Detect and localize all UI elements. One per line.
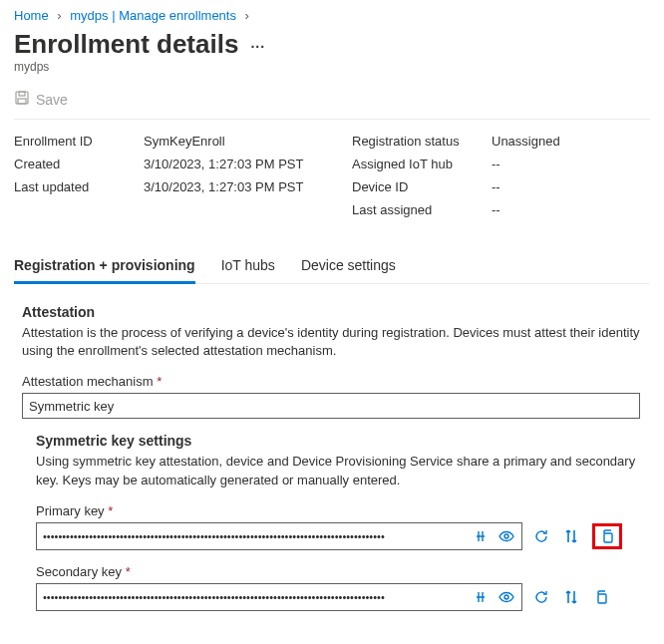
label-last-assigned: Last assigned [352, 202, 492, 217]
swap-icon[interactable] [562, 588, 580, 606]
value-last-updated: 3/10/2023, 1:27:03 PM PST [144, 179, 303, 194]
symmetric-key-section: Symmetric key settings Using symmetric k… [22, 419, 642, 610]
label-attestation-mechanism: Attestation mechanism * [22, 374, 642, 389]
attestation-mechanism-value: Symmetric key [29, 399, 114, 414]
attestation-mechanism-input[interactable]: Symmetric key [22, 393, 640, 419]
regenerate-icon[interactable] [532, 588, 550, 606]
breadcrumb-mydps[interactable]: mydps | Manage enrollments [70, 8, 236, 23]
label-created: Created [14, 157, 144, 171]
svg-rect-1 [19, 92, 25, 96]
divider [14, 119, 650, 120]
copy-icon[interactable] [598, 527, 616, 545]
save-button[interactable]: Save [36, 92, 68, 108]
label-assigned-hub: Assigned IoT hub [352, 157, 492, 171]
attestation-description: Attestation is the process of verifying … [22, 324, 642, 360]
label-last-updated: Last updated [14, 179, 144, 194]
regenerate-icon[interactable] [532, 527, 550, 545]
tab-device-settings[interactable]: Device settings [301, 251, 396, 283]
label-primary-key: Primary key * [36, 503, 642, 518]
toolbar: Save [14, 90, 650, 109]
primary-key-input[interactable]: ••••••••••••••••••••••••••••••••••••••••… [36, 522, 522, 550]
swap-icon[interactable] [562, 527, 580, 545]
value-registration-status: Unassigned [492, 134, 560, 149]
svg-rect-6 [598, 594, 606, 603]
secondary-key-masked: ••••••••••••••••••••••••••••••••••••••••… [43, 591, 385, 603]
svg-rect-2 [18, 99, 26, 104]
value-assigned-hub: -- [492, 157, 500, 171]
save-icon [14, 90, 30, 109]
chevron-right-icon: › [245, 8, 249, 23]
attestation-heading: Attestation [22, 304, 642, 320]
svg-rect-4 [604, 533, 612, 542]
chevron-right-icon: › [57, 8, 61, 23]
details-grid: Enrollment IDSymKeyEnroll Created3/10/20… [14, 134, 650, 225]
svg-point-5 [504, 595, 508, 599]
copy-icon[interactable] [592, 588, 610, 606]
primary-key-masked: ••••••••••••••••••••••••••••••••••••••••… [43, 530, 385, 542]
label-enrollment-id: Enrollment ID [14, 134, 144, 149]
value-created: 3/10/2023, 1:27:03 PM PST [144, 157, 303, 171]
page-subtitle: mydps [14, 60, 650, 74]
value-enrollment-id: SymKeyEnroll [144, 134, 225, 149]
breadcrumb-home[interactable]: Home [14, 8, 49, 23]
value-last-assigned: -- [492, 202, 500, 217]
label-secondary-key: Secondary key * [36, 564, 642, 579]
tab-registration-provisioning[interactable]: Registration + provisioning [14, 251, 195, 283]
page-title: Enrollment details [14, 29, 238, 60]
label-registration-status: Registration status [352, 134, 492, 149]
tab-iot-hubs[interactable]: IoT hubs [221, 251, 275, 283]
eye-icon[interactable] [498, 527, 515, 545]
secondary-key-input[interactable]: ••••••••••••••••••••••••••••••••••••••••… [36, 583, 522, 611]
svg-point-3 [504, 534, 508, 538]
eye-icon[interactable] [498, 588, 515, 606]
tabs: Registration + provisioning IoT hubs Dev… [14, 251, 650, 284]
label-device-id: Device ID [352, 179, 492, 194]
value-device-id: -- [492, 179, 500, 194]
symkey-heading: Symmetric key settings [36, 433, 642, 449]
multiline-icon[interactable] [472, 588, 490, 606]
breadcrumb: Home › mydps | Manage enrollments › [14, 8, 650, 23]
symkey-description: Using symmetric key attestation, device … [36, 453, 642, 488]
more-actions-button[interactable]: ··· [250, 33, 265, 55]
copy-primary-highlight [592, 523, 622, 549]
attestation-section: Attestation Attestation is the process o… [14, 284, 650, 611]
multiline-icon[interactable] [472, 527, 490, 545]
